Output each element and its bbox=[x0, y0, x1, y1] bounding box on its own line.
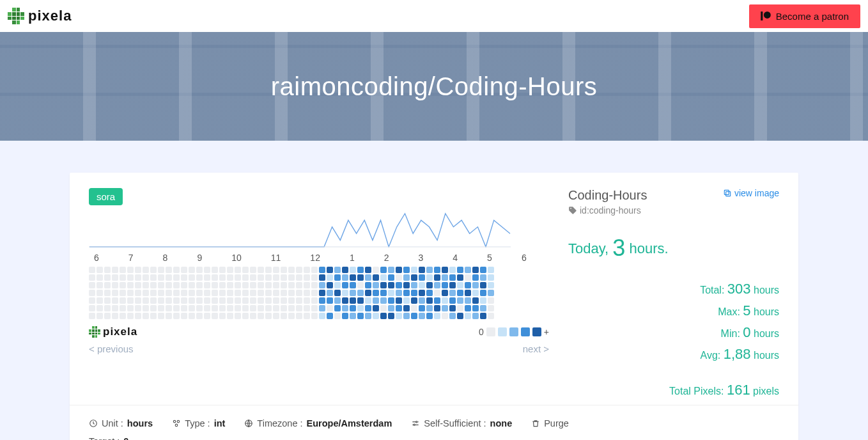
heatmap-cell[interactable] bbox=[196, 290, 203, 296]
heatmap-cell[interactable] bbox=[380, 282, 387, 288]
heatmap-cell[interactable] bbox=[181, 313, 187, 319]
heatmap-cell[interactable] bbox=[158, 313, 164, 319]
heatmap-cell[interactable] bbox=[288, 313, 295, 319]
heatmap-cell[interactable] bbox=[143, 313, 149, 319]
heatmap-cell[interactable] bbox=[189, 297, 195, 304]
heatmap-cell[interactable] bbox=[189, 267, 195, 273]
heatmap-cell[interactable] bbox=[104, 282, 111, 288]
heatmap-cell[interactable] bbox=[304, 290, 310, 296]
heatmap-cell[interactable] bbox=[97, 313, 103, 319]
heatmap-cell[interactable] bbox=[158, 274, 164, 281]
heatmap-cell[interactable] bbox=[403, 313, 410, 319]
heatmap-cell[interactable] bbox=[127, 305, 134, 311]
heatmap-cell[interactable] bbox=[227, 297, 233, 304]
heatmap-cell[interactable] bbox=[334, 274, 341, 281]
heatmap-cell[interactable] bbox=[380, 267, 387, 273]
heatmap-cell[interactable] bbox=[396, 305, 402, 311]
heatmap-cell[interactable] bbox=[166, 267, 172, 273]
heatmap-cell[interactable] bbox=[89, 267, 95, 273]
heatmap-cell[interactable] bbox=[273, 297, 279, 304]
heatmap-cell[interactable] bbox=[426, 282, 433, 288]
heatmap-cell[interactable] bbox=[212, 313, 218, 319]
heatmap-cell[interactable] bbox=[219, 290, 226, 296]
heatmap-cell[interactable] bbox=[97, 267, 103, 273]
heatmap-cell[interactable] bbox=[319, 313, 325, 319]
heatmap-cell[interactable] bbox=[273, 267, 279, 273]
heatmap-cell[interactable] bbox=[434, 313, 440, 319]
heatmap-cell[interactable] bbox=[396, 313, 402, 319]
heatmap-cell[interactable] bbox=[396, 290, 402, 296]
heatmap-cell[interactable] bbox=[227, 290, 233, 296]
heatmap-cell[interactable] bbox=[434, 274, 440, 281]
heatmap-cell[interactable] bbox=[472, 274, 479, 281]
heatmap-cell[interactable] bbox=[334, 267, 341, 273]
heatmap-cell[interactable] bbox=[465, 282, 471, 288]
heatmap-cell[interactable] bbox=[273, 305, 279, 311]
heatmap-cell[interactable] bbox=[258, 297, 264, 304]
heatmap-cell[interactable] bbox=[89, 282, 95, 288]
heatmap-cell[interactable] bbox=[143, 282, 149, 288]
heatmap-cell[interactable] bbox=[365, 267, 371, 273]
heatmap-cell[interactable] bbox=[419, 267, 425, 273]
heatmap-cell[interactable] bbox=[196, 267, 203, 273]
heatmap-cell[interactable] bbox=[189, 313, 195, 319]
heatmap-cell[interactable] bbox=[472, 282, 479, 288]
heatmap-cell[interactable] bbox=[258, 267, 264, 273]
heatmap-cell[interactable] bbox=[365, 297, 371, 304]
heatmap-cell[interactable] bbox=[449, 297, 456, 304]
heatmap-cell[interactable] bbox=[472, 313, 479, 319]
heatmap-cell[interactable] bbox=[434, 305, 440, 311]
heatmap-cell[interactable] bbox=[166, 282, 172, 288]
heatmap-cell[interactable] bbox=[465, 290, 471, 296]
heatmap-cell[interactable] bbox=[288, 274, 295, 281]
heatmap-cell[interactable] bbox=[288, 267, 295, 273]
heatmap-cell[interactable] bbox=[150, 267, 157, 273]
heatmap-cell[interactable] bbox=[319, 267, 325, 273]
heatmap-cell[interactable] bbox=[127, 267, 134, 273]
heatmap-cell[interactable] bbox=[373, 313, 379, 319]
heatmap-cell[interactable] bbox=[242, 313, 249, 319]
heatmap-cell[interactable] bbox=[150, 313, 157, 319]
heatmap-cell[interactable] bbox=[158, 290, 164, 296]
heatmap-cell[interactable] bbox=[196, 305, 203, 311]
heatmap-cell[interactable] bbox=[288, 290, 295, 296]
heatmap-cell[interactable] bbox=[104, 290, 111, 296]
heatmap-cell[interactable] bbox=[449, 267, 456, 273]
heatmap-cell[interactable] bbox=[327, 305, 333, 311]
heatmap-cell[interactable] bbox=[442, 305, 448, 311]
heatmap-cell[interactable] bbox=[403, 274, 410, 281]
heatmap-cell[interactable] bbox=[457, 313, 463, 319]
heatmap-cell[interactable] bbox=[373, 305, 379, 311]
heatmap-cell[interactable] bbox=[204, 290, 210, 296]
heatmap-cell[interactable] bbox=[304, 282, 310, 288]
heatmap-cell[interactable] bbox=[150, 274, 157, 281]
heatmap-cell[interactable] bbox=[235, 274, 241, 281]
heatmap-cell[interactable] bbox=[488, 297, 494, 304]
heatmap-cell[interactable] bbox=[104, 313, 111, 319]
heatmap-cell[interactable] bbox=[181, 290, 187, 296]
heatmap-cell[interactable] bbox=[104, 267, 111, 273]
heatmap-cell[interactable] bbox=[465, 297, 471, 304]
heatmap-cell[interactable] bbox=[104, 274, 111, 281]
heatmap-cell[interactable] bbox=[388, 282, 394, 288]
heatmap-cell[interactable] bbox=[373, 290, 379, 296]
heatmap-cell[interactable] bbox=[242, 282, 249, 288]
heatmap-cell[interactable] bbox=[357, 267, 364, 273]
heatmap-cell[interactable] bbox=[242, 274, 249, 281]
heatmap-cell[interactable] bbox=[127, 282, 134, 288]
heatmap-cell[interactable] bbox=[120, 305, 126, 311]
heatmap-cell[interactable] bbox=[396, 282, 402, 288]
heatmap-cell[interactable] bbox=[150, 297, 157, 304]
heatmap-cell[interactable] bbox=[350, 290, 356, 296]
heatmap-cell[interactable] bbox=[296, 267, 302, 273]
heatmap-cell[interactable] bbox=[112, 313, 118, 319]
heatmap-cell[interactable] bbox=[281, 313, 287, 319]
heatmap-cell[interactable] bbox=[472, 305, 479, 311]
heatmap-cell[interactable] bbox=[281, 274, 287, 281]
heatmap-cell[interactable] bbox=[258, 305, 264, 311]
heatmap-cell[interactable] bbox=[97, 297, 103, 304]
heatmap-cell[interactable] bbox=[212, 282, 218, 288]
heatmap-cell[interactable] bbox=[488, 290, 494, 296]
heatmap-cell[interactable] bbox=[120, 274, 126, 281]
heatmap-cell[interactable] bbox=[104, 297, 111, 304]
